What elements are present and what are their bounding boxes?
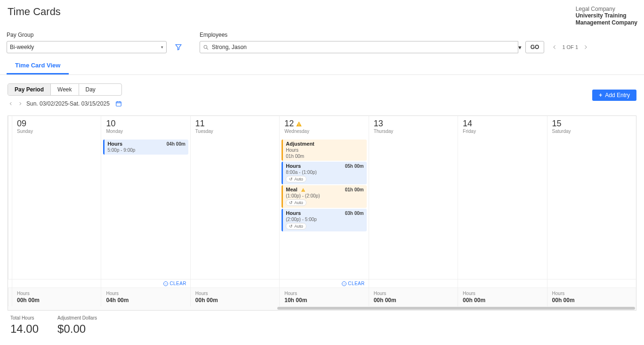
event-title: Adjustment xyxy=(286,141,314,147)
filter-icon[interactable] xyxy=(172,41,185,53)
event-hours[interactable]: Hours 05h 00m 8:00a - (1:00p) ↺Auto xyxy=(282,162,366,184)
date-range: Sun. 03/02/2025-Sat. 03/15/2025 xyxy=(8,100,122,107)
pay-group-value: Bi-weekly xyxy=(10,44,34,50)
plus-icon: + xyxy=(599,92,602,99)
clear-sun xyxy=(12,279,101,288)
brand-block: Legal Company University Training Manage… xyxy=(576,6,637,26)
timecard-grid: 09Sunday 10Monday 11Tuesday 12 Wednesday… xyxy=(8,115,636,311)
svg-rect-9 xyxy=(303,191,303,191)
employees-input[interactable]: Strong, Jason xyxy=(200,41,518,53)
chevron-down-icon: ▾ xyxy=(518,44,522,51)
tab-time-card-view[interactable]: Time Card View xyxy=(7,57,69,74)
pager-label: 1 OF 1 xyxy=(562,44,578,50)
event-timerange: 01h 00m xyxy=(286,154,363,159)
day-col-tue[interactable] xyxy=(190,138,279,279)
auto-badge: ↺Auto xyxy=(286,176,306,182)
calendar-icon[interactable] xyxy=(115,100,122,107)
day-num: 11 xyxy=(195,119,274,129)
day-total-thu: Hours00h 00m xyxy=(369,288,458,306)
event-timerange: 5:00p - 9:00p xyxy=(107,148,185,153)
horizontal-scrollbar[interactable] xyxy=(8,306,636,310)
chevron-down-icon: ▾ xyxy=(161,45,163,49)
day-col-sun[interactable] xyxy=(12,138,101,279)
day-total-sun: Hours00h 00m xyxy=(12,288,101,306)
total-hours-label: Total Hours xyxy=(10,315,39,320)
day-col-fri[interactable] xyxy=(458,138,547,279)
range-prev-button[interactable] xyxy=(8,101,14,106)
event-duration: 04h 00m xyxy=(167,141,185,147)
svg-line-1 xyxy=(207,48,208,49)
auto-badge: ↺Auto xyxy=(286,223,306,230)
day-col-thu[interactable] xyxy=(369,138,458,279)
brand-line-2: Management Company xyxy=(576,19,637,26)
range-next-button[interactable] xyxy=(17,101,24,106)
clear-tue xyxy=(190,279,279,288)
day-col-sat[interactable] xyxy=(547,138,636,279)
clear-button[interactable]: –CLEAR xyxy=(342,281,364,286)
day-dow: Sunday xyxy=(17,129,96,134)
day-total-sat: Hours00h 00m xyxy=(547,288,636,306)
clear-mon: –CLEAR xyxy=(101,279,190,288)
grid-body: Hours 04h 00m 5:00p - 9:00p Adjustment H… xyxy=(8,138,636,279)
adjustment-dollars-value: $0.00 xyxy=(57,322,97,336)
event-subtitle: Hours xyxy=(286,148,363,153)
brand-line-1: University Training xyxy=(576,12,637,19)
clear-row: –CLEAR –CLEAR xyxy=(8,279,636,288)
adjustment-dollars-label: Adjustment Dollars xyxy=(57,315,97,320)
auto-badge: ↺Auto xyxy=(286,199,306,206)
page-title: Time Cards xyxy=(8,6,61,18)
day-col-wed[interactable]: Adjustment Hours 01h 00m Hours 05h 00m 8… xyxy=(279,138,368,279)
event-adjustment[interactable]: Adjustment Hours 01h 00m xyxy=(282,140,366,161)
day-header-tue[interactable]: 11Tuesday xyxy=(190,116,279,138)
day-header-sun[interactable]: 09Sunday xyxy=(12,116,101,138)
day-dow: Wednesday xyxy=(284,129,363,134)
add-entry-button[interactable]: + Add Entry xyxy=(592,90,636,101)
employees-dropdown-button[interactable]: ▾ xyxy=(518,44,522,51)
day-num: 09 xyxy=(17,119,96,129)
day-total-mon: Hours04h 00m xyxy=(101,288,190,306)
grid-header: 09Sunday 10Monday 11Tuesday 12 Wednesday… xyxy=(8,116,636,138)
pay-group-select[interactable]: Bi-weekly ▾ xyxy=(7,41,167,53)
event-duration: 03h 00m xyxy=(345,211,364,216)
seg-day[interactable]: Day xyxy=(79,84,102,95)
day-col-mon[interactable]: Hours 04h 00m 5:00p - 9:00p xyxy=(101,138,190,279)
day-header-mon[interactable]: 10Monday xyxy=(101,116,190,138)
add-entry-label: Add Entry xyxy=(605,92,630,99)
view-range-toggle: Pay Period Week Day xyxy=(8,83,122,96)
clock-icon: ↺ xyxy=(289,200,293,205)
seg-pay-period[interactable]: Pay Period xyxy=(8,84,50,95)
day-header-wed[interactable]: 12 Wednesday xyxy=(279,116,368,138)
day-dow: Saturday xyxy=(552,129,631,134)
day-num: 10 xyxy=(106,119,185,129)
minus-circle-icon: – xyxy=(163,281,168,286)
pager-prev-button[interactable] xyxy=(550,42,559,52)
event-meal[interactable]: Meal 01h 00m (1:00p) - (2:00p) ↺Auto xyxy=(282,185,366,208)
adjustment-dollars: Adjustment Dollars $0.00 xyxy=(57,315,97,336)
employees-label: Employees xyxy=(200,32,637,38)
day-num: 15 xyxy=(552,119,631,129)
event-title: Meal xyxy=(286,187,306,192)
go-button[interactable]: GO xyxy=(525,41,545,53)
event-duration: 05h 00m xyxy=(345,164,364,169)
employee-pager: 1 OF 1 xyxy=(550,42,590,52)
day-header-sat[interactable]: 15Saturday xyxy=(547,116,636,138)
event-hours[interactable]: Hours 03h 00m (2:00p) - 5:00p ↺Auto xyxy=(282,209,366,231)
event-hours[interactable]: Hours 04h 00m 5:00p - 9:00p xyxy=(103,140,188,155)
day-dow: Thursday xyxy=(374,129,453,134)
event-title: Hours xyxy=(286,163,301,169)
day-dow: Friday xyxy=(463,129,542,134)
day-total-fri: Hours00h 00m xyxy=(458,288,547,306)
clear-wed: –CLEAR xyxy=(279,279,368,288)
range-label: Sun. 03/02/2025-Sat. 03/15/2025 xyxy=(26,100,110,107)
event-duration: 01h 00m xyxy=(345,187,364,192)
event-timerange: (1:00p) - (2:00p) xyxy=(286,193,363,198)
svg-rect-7 xyxy=(299,125,299,126)
seg-week[interactable]: Week xyxy=(50,84,78,95)
clock-icon: ↺ xyxy=(289,224,293,229)
day-total-wed: Hours10h 00m xyxy=(279,288,368,306)
clear-button[interactable]: –CLEAR xyxy=(163,281,186,286)
event-timerange: (2:00p) - 5:00p xyxy=(286,217,363,222)
day-header-fri[interactable]: 14Friday xyxy=(458,116,547,138)
pager-next-button[interactable] xyxy=(581,42,590,52)
day-header-thu[interactable]: 13Thursday xyxy=(369,116,458,138)
